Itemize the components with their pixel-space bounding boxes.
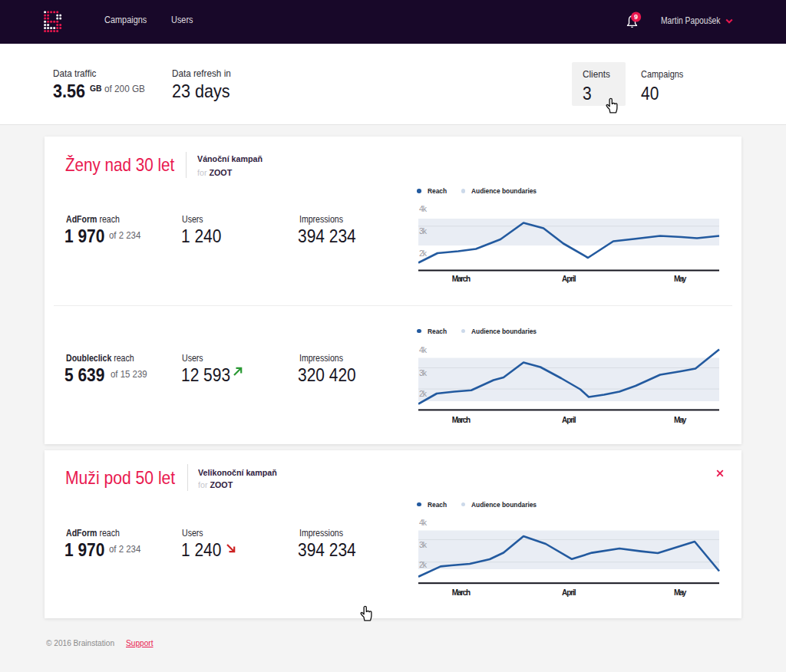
svg-text:9: 9 (634, 13, 638, 21)
svg-text:April: April (562, 275, 576, 283)
svg-text:March: March (452, 275, 471, 283)
svg-text:May: May (674, 588, 687, 597)
svg-text:May: May (674, 416, 687, 424)
svg-text:3k: 3k (419, 226, 428, 236)
svg-text:2k: 2k (419, 560, 428, 569)
svg-text:April: April (562, 416, 576, 424)
svg-text:4k: 4k (419, 518, 428, 527)
svg-text:3k: 3k (419, 540, 428, 549)
svg-text:4k: 4k (419, 204, 428, 213)
svg-text:4k: 4k (419, 345, 428, 354)
svg-text:March: March (452, 588, 471, 597)
svg-text:2k: 2k (419, 249, 428, 258)
svg-text:3k: 3k (419, 368, 428, 377)
svg-text:April: April (562, 588, 576, 597)
svg-text:2k: 2k (419, 389, 428, 398)
svg-text:March: March (452, 416, 471, 424)
svg-text:May: May (674, 275, 687, 283)
